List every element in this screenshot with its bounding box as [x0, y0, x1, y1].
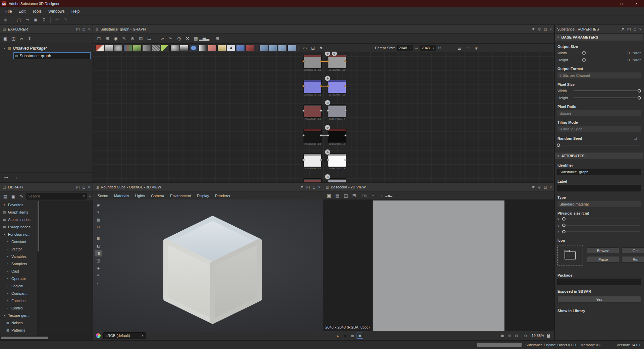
distribute-nodes-icon[interactable]: ∗	[473, 44, 480, 52]
warp-node[interactable]	[246, 45, 254, 51]
reset-size-icon[interactable]: ↺	[438, 46, 441, 50]
channel-shuffle-node[interactable]	[123, 45, 132, 51]
pin-icon[interactable]	[300, 185, 304, 189]
shuffle-icon[interactable]: ⇄	[634, 136, 638, 141]
export-package-icon[interactable]: ↥	[26, 35, 33, 42]
view3d-canvas[interactable]: ◉☀▦⊡⊞◧◨◫◈≡∷	[93, 199, 323, 331]
view3d-header[interactable]: ◨ Rounded Cube - OpenGL - 3D VIEW ◱ ◻ ×	[93, 183, 323, 191]
menu-tools[interactable]: Tools	[29, 7, 45, 15]
slider-knob[interactable]	[562, 217, 566, 221]
node-port[interactable]	[327, 159, 329, 161]
node-port[interactable]	[344, 60, 346, 62]
library-item-vector[interactable]: ▪Vector	[0, 245, 37, 253]
minimize-button[interactable]: –	[599, 0, 614, 7]
align-nodes-icon[interactable]: ∷	[464, 44, 472, 52]
library-item-function-no-[interactable]: ▾Function no...	[0, 231, 37, 238]
hsl-node[interactable]	[208, 45, 217, 51]
color-profile-icon[interactable]	[96, 333, 101, 338]
library-item-variables[interactable]: ▪Variables	[0, 253, 37, 260]
float-panel-icon[interactable]: ◱	[538, 185, 541, 189]
geometry-icon[interactable]: ◨	[95, 250, 102, 256]
tiling-icon[interactable]: ▦	[499, 333, 505, 338]
slider-knob[interactable]	[582, 51, 586, 55]
new-package-icon[interactable]: ▢	[15, 16, 22, 24]
paste-button[interactable]: Paste	[587, 256, 619, 263]
grid-snap-icon[interactable]: ⊞	[214, 35, 221, 42]
chevron-right-icon[interactable]: ›	[8, 54, 12, 58]
browse-button[interactable]: Browse	[587, 247, 619, 254]
menu-help[interactable]: Help	[68, 7, 83, 15]
exposed-toggle[interactable]: Yes	[557, 296, 641, 303]
node-port[interactable]	[320, 159, 322, 161]
slider-knob[interactable]	[638, 96, 641, 100]
render-region-icon[interactable]: ⊡	[95, 224, 102, 230]
edit-library-icon[interactable]: ✎	[18, 192, 25, 200]
node-port[interactable]	[327, 134, 329, 136]
import-icon[interactable]: ↧	[40, 16, 48, 24]
explorer-header[interactable]: ▤ EXPLORER ◱ ◻ ×	[0, 25, 93, 34]
graph-node[interactable]: 2048x2048 - L8	[328, 178, 346, 183]
output-format-select[interactable]: 8 Bits per Channel	[557, 72, 641, 78]
create-link-icon[interactable]: ∞	[159, 35, 166, 42]
fit-image-icon[interactable]: ⊡	[514, 333, 520, 338]
graph-node[interactable]: 2048x2048 - C8	[328, 80, 346, 93]
library-item-logical[interactable]: ▪Logical	[0, 282, 37, 290]
graph-canvas[interactable]: 2048x2048 - C82048x2048 - C8⊛⊛2048x2048 …	[93, 52, 554, 182]
slider-knob[interactable]	[562, 224, 566, 227]
pixel-height-slider[interactable]	[574, 98, 640, 98]
view2d-canvas[interactable]: 2048 x 2048 (RGBA, 8bpc)	[323, 199, 554, 331]
close-panel-icon[interactable]: ×	[550, 185, 552, 189]
node-port[interactable]	[344, 85, 346, 87]
library-item-control[interactable]: ▪Control	[0, 304, 37, 312]
new-folder-icon[interactable]: ▣	[10, 192, 17, 200]
lighting-icon[interactable]: ☀	[95, 209, 102, 216]
slider-knob[interactable]	[638, 89, 641, 93]
transform-tool-icon[interactable]: ⊞	[104, 35, 111, 42]
pixel-ratio-select[interactable]: Square	[557, 110, 641, 116]
thumbnail-view-icon[interactable]: ▦	[192, 35, 200, 42]
slider-knob[interactable]	[557, 143, 560, 147]
blend-node[interactable]	[105, 45, 113, 51]
fx-map-node[interactable]	[259, 45, 268, 51]
colorspace-select[interactable]: sRGB (default) ▾	[103, 332, 146, 339]
library-item-fxmap-nodes[interactable]: ▦FxMap nodes	[0, 223, 37, 231]
tiling-mode-select[interactable]: H and V Tiling	[557, 126, 641, 132]
node-output-icon[interactable]: ⊛	[325, 149, 330, 155]
maximize-panel-icon[interactable]: ◻	[312, 185, 315, 189]
menu-edit[interactable]: Edit	[15, 7, 29, 15]
chevron-down-icon[interactable]: ▾	[3, 47, 6, 50]
library-item-operator[interactable]: ▪Operator	[0, 275, 37, 282]
parent-height-select[interactable]: 2048 ▾	[420, 45, 436, 51]
search-input[interactable]: Search ▽	[26, 193, 87, 199]
view3d-menu-materials[interactable]: Materials	[111, 192, 132, 200]
view3d-menu-environment[interactable]: Environment	[167, 192, 194, 200]
svg-node[interactable]	[287, 45, 296, 51]
close-panel-icon[interactable]: ×	[318, 185, 320, 189]
materials-icon[interactable]: ▦	[95, 216, 102, 223]
edit-icon[interactable]: ✎	[120, 35, 128, 42]
node-port[interactable]	[320, 110, 322, 112]
curve-node[interactable]	[133, 45, 142, 51]
background-black-icon[interactable]: ■	[342, 333, 348, 338]
node-port[interactable]	[320, 134, 322, 136]
float-panel-icon[interactable]: ◱	[76, 185, 79, 189]
basecolor-texture-image[interactable]	[373, 200, 504, 331]
library-item-function[interactable]: ▪Function	[0, 297, 37, 304]
close-panel-icon[interactable]: ×	[88, 27, 90, 31]
pixel-width-slider[interactable]	[574, 91, 640, 91]
pixel-processor-node[interactable]	[269, 45, 277, 51]
ground-plane-icon[interactable]: ≡	[95, 272, 102, 279]
scrollbar-thumb[interactable]	[38, 201, 39, 251]
pivot-icon[interactable]: ◈	[95, 265, 102, 271]
library-item-samplers[interactable]: ▪Samplers	[0, 260, 37, 268]
maximize-panel-icon[interactable]: ◻	[82, 185, 85, 189]
titlebar[interactable]: Ds Adobe Substance 3D Designer – □ ×	[0, 0, 644, 7]
view3d-menu-renderer[interactable]: Renderer	[212, 192, 233, 200]
library-item-atomic-nodes[interactable]: ▦Atomic nodes	[0, 216, 37, 223]
screenshot-icon[interactable]: ◉	[112, 35, 119, 42]
comment-icon[interactable]: ▭	[301, 44, 309, 52]
slider-knob[interactable]	[562, 230, 566, 233]
package-row[interactable]: ▾ ▩ Unsaved Package*	[0, 45, 93, 52]
maximize-panel-icon[interactable]: ◻	[544, 185, 547, 189]
lock-icon[interactable]	[547, 335, 550, 338]
